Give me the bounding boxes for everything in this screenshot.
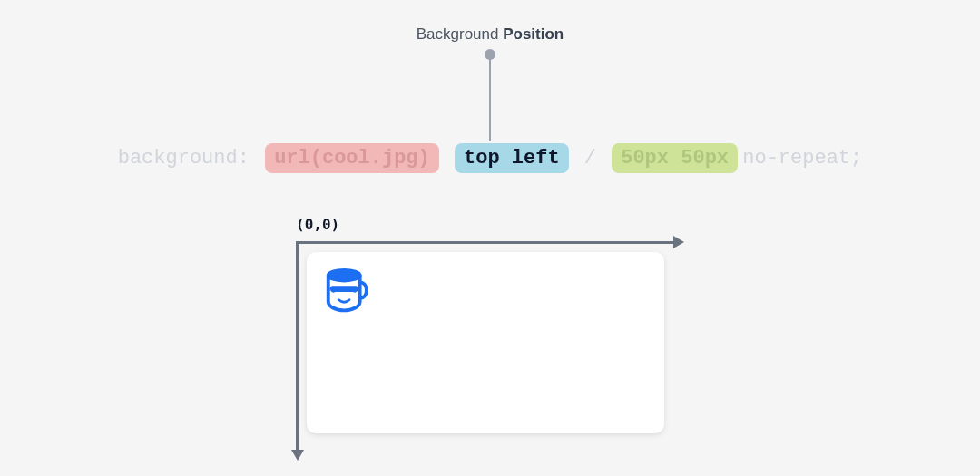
code-position-token: top left bbox=[455, 143, 569, 173]
diagram-title: Background Position bbox=[0, 25, 980, 44]
x-axis-line-icon bbox=[296, 241, 673, 244]
code-url-token: url(cool.jpg) bbox=[265, 143, 439, 173]
background-box bbox=[307, 252, 664, 433]
title-prefix: Background bbox=[416, 25, 503, 43]
connector-line-icon bbox=[489, 53, 491, 141]
css-code-line: background: url(cool.jpg) top left / 50p… bbox=[0, 143, 980, 173]
origin-label: (0,0) bbox=[296, 216, 339, 233]
arrow-down-icon bbox=[291, 450, 304, 461]
code-repeat: no-repeat; bbox=[742, 143, 862, 173]
code-property: background: bbox=[118, 143, 250, 173]
arrow-right-icon bbox=[673, 236, 684, 248]
code-size-token: 50px 50px bbox=[612, 143, 738, 173]
y-axis-line-icon bbox=[296, 241, 299, 450]
mug-icon bbox=[321, 265, 377, 321]
code-separator: / bbox=[584, 143, 596, 173]
title-emphasis: Position bbox=[503, 25, 564, 43]
